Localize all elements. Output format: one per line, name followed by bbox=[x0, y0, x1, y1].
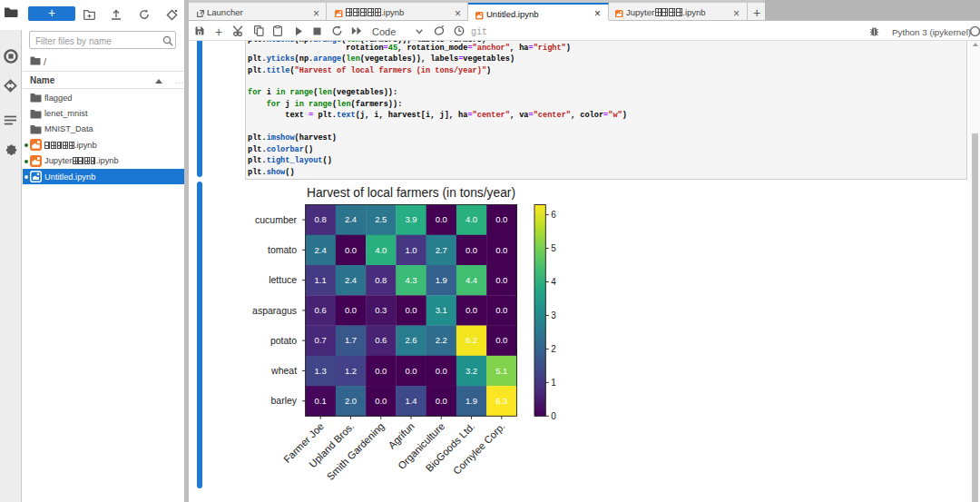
svg-text:3.1: 3.1 bbox=[436, 305, 447, 315]
svg-text:3: 3 bbox=[551, 310, 556, 320]
svg-text:4.0: 4.0 bbox=[466, 214, 477, 224]
svg-text:asparagus: asparagus bbox=[252, 305, 297, 316]
svg-text:Harvest of local farmers (in t: Harvest of local farmers (in tons/year) bbox=[307, 186, 515, 200]
svg-text:2.4: 2.4 bbox=[315, 245, 327, 255]
svg-text:0.6: 0.6 bbox=[375, 335, 387, 345]
svg-text:1.9: 1.9 bbox=[436, 275, 447, 285]
svg-text:2.2: 2.2 bbox=[436, 335, 447, 345]
svg-text:0.0: 0.0 bbox=[466, 245, 477, 255]
svg-text:0.0: 0.0 bbox=[405, 305, 416, 315]
svg-text:wheat: wheat bbox=[270, 365, 297, 376]
svg-text:2.6: 2.6 bbox=[405, 335, 416, 345]
svg-text:5.1: 5.1 bbox=[495, 366, 507, 376]
svg-text:0.0: 0.0 bbox=[436, 366, 447, 376]
svg-text:lettuce: lettuce bbox=[269, 274, 297, 285]
svg-text:3.9: 3.9 bbox=[405, 214, 416, 224]
svg-text:0.0: 0.0 bbox=[495, 275, 507, 285]
svg-text:0.0: 0.0 bbox=[495, 305, 507, 315]
svg-text:2.5: 2.5 bbox=[375, 214, 387, 224]
svg-text:2.4: 2.4 bbox=[345, 275, 357, 285]
svg-text:2.4: 2.4 bbox=[345, 214, 357, 224]
svg-text:0.0: 0.0 bbox=[495, 335, 507, 345]
svg-text:0.0: 0.0 bbox=[345, 245, 357, 255]
svg-text:4.0: 4.0 bbox=[375, 245, 387, 255]
svg-text:4.4: 4.4 bbox=[466, 275, 477, 285]
svg-text:0.6: 0.6 bbox=[315, 305, 327, 315]
svg-text:6.3: 6.3 bbox=[495, 396, 507, 406]
svg-text:3.2: 3.2 bbox=[466, 366, 477, 376]
svg-text:0.8: 0.8 bbox=[315, 214, 327, 224]
svg-text:2.0: 2.0 bbox=[345, 396, 357, 406]
svg-text:1.2: 1.2 bbox=[345, 366, 357, 376]
svg-text:1.9: 1.9 bbox=[466, 396, 477, 406]
svg-text:1.3: 1.3 bbox=[315, 366, 327, 376]
svg-text:potato: potato bbox=[270, 335, 297, 346]
svg-text:0.1: 0.1 bbox=[315, 396, 327, 406]
svg-text:cucumber: cucumber bbox=[255, 214, 298, 225]
svg-text:6: 6 bbox=[551, 210, 556, 220]
svg-text:0.0: 0.0 bbox=[345, 305, 357, 315]
svg-text:1.4: 1.4 bbox=[405, 396, 416, 406]
svg-text:tomato: tomato bbox=[268, 244, 297, 255]
svg-text:0.7: 0.7 bbox=[315, 335, 327, 345]
svg-text:0.0: 0.0 bbox=[405, 366, 416, 376]
svg-text:6.2: 6.2 bbox=[466, 335, 477, 345]
svg-text:0.3: 0.3 bbox=[375, 305, 387, 315]
svg-text:1.7: 1.7 bbox=[345, 335, 357, 345]
svg-text:2: 2 bbox=[551, 344, 556, 354]
svg-text:Smith Gardening: Smith Gardening bbox=[325, 420, 387, 482]
svg-text:5: 5 bbox=[551, 243, 556, 253]
svg-text:0.8: 0.8 bbox=[375, 275, 387, 285]
svg-text:4.3: 4.3 bbox=[405, 275, 416, 285]
svg-text:1.0: 1.0 bbox=[405, 245, 416, 255]
svg-text:2.7: 2.7 bbox=[436, 245, 447, 255]
svg-text:4: 4 bbox=[551, 277, 556, 287]
svg-text:0.0: 0.0 bbox=[436, 214, 447, 224]
svg-text:1.1: 1.1 bbox=[315, 275, 327, 285]
svg-text:0.0: 0.0 bbox=[375, 366, 387, 376]
svg-text:0.0: 0.0 bbox=[495, 245, 507, 255]
svg-text:0.0: 0.0 bbox=[495, 214, 507, 224]
svg-text:0: 0 bbox=[551, 411, 556, 421]
svg-text:0.0: 0.0 bbox=[375, 396, 387, 406]
svg-text:barley: barley bbox=[270, 395, 297, 406]
svg-text:Cornylee Corp.: Cornylee Corp. bbox=[451, 420, 507, 477]
svg-text:0.0: 0.0 bbox=[466, 305, 477, 315]
svg-text:0.0: 0.0 bbox=[436, 396, 447, 406]
svg-text:1: 1 bbox=[551, 378, 556, 388]
